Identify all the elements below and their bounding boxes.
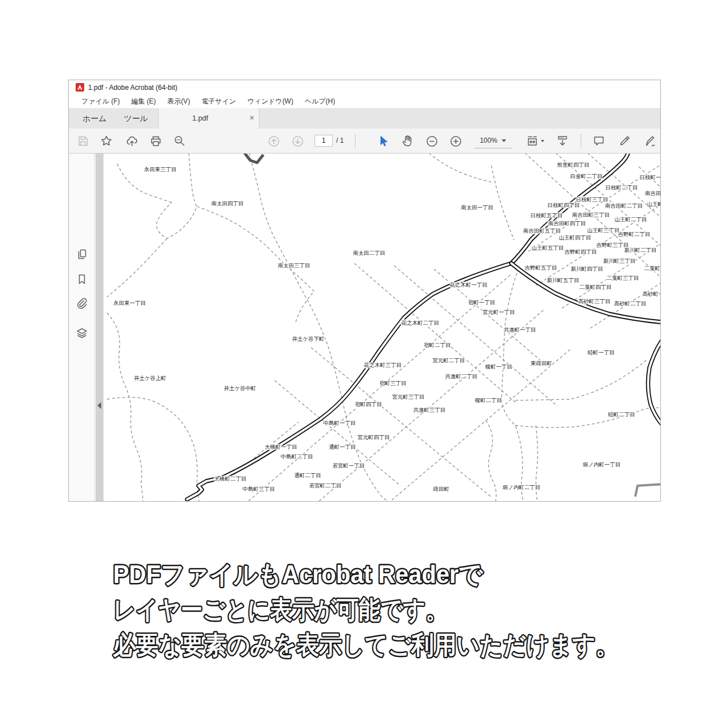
tab-document[interactable]: 1.pdf ×	[158, 108, 259, 129]
zoom-in-button[interactable]	[447, 133, 464, 150]
tab-document-label: 1.pdf	[159, 108, 242, 129]
map-town-label: 中島町二丁目	[281, 453, 313, 460]
search-button[interactable]	[171, 133, 188, 150]
fit-width-chevron-icon[interactable]	[541, 140, 544, 142]
chevron-down-icon	[502, 139, 506, 142]
map-town-label: 南太田四丁目	[212, 200, 244, 206]
map-town-label: 共進町一丁目	[504, 326, 536, 333]
map-town-label: 通町一丁目	[329, 444, 356, 450]
map-town-label: 宿町三丁目	[379, 380, 407, 386]
highlight-button[interactable]	[617, 133, 634, 150]
map-town-label: 宮元町四丁目	[358, 434, 390, 440]
map-town-label: 吉野町五丁目	[525, 264, 557, 271]
map-town-label: 山王町一丁目	[647, 201, 661, 207]
district-boundary-line	[354, 263, 516, 403]
tab-tools[interactable]: ツール	[119, 108, 153, 129]
title-bar[interactable]: 1.pdf - Adobe Acrobat (64-bit)	[69, 80, 660, 94]
caption-text-block: PDFファイルもAcrobat Readerで レイヤーごとに表示が可能です。 …	[111, 551, 657, 670]
district-boundary-line	[197, 206, 286, 265]
menu-view[interactable]: 表示(V)	[162, 95, 196, 108]
star-button[interactable]	[98, 133, 115, 150]
acrobat-window: 1.pdf - Adobe Acrobat (64-bit) ファイル (F) …	[68, 80, 661, 502]
map-town-label: 井土ケ谷下町	[292, 336, 324, 342]
share-upload-button[interactable]	[123, 133, 140, 150]
tab-bar: ホーム ツール 1.pdf ×	[69, 108, 660, 129]
attachments-button[interactable]	[75, 297, 89, 311]
district-boundary-line	[392, 349, 570, 500]
select-tool-button[interactable]	[375, 133, 392, 150]
menu-help[interactable]: ヘルプ(H)	[299, 95, 341, 108]
page-up-button[interactable]	[265, 133, 282, 150]
layers-icon	[75, 326, 89, 340]
map-town-label: 吉野町二丁目	[618, 231, 651, 237]
map-town-label: 新川町三丁目	[603, 258, 636, 264]
fill-sign-icon	[644, 134, 657, 148]
map-town-label: 睦町二丁目	[608, 411, 635, 417]
map-svg: 永田東三丁目南太田四丁目南太田一丁目南太田二丁目南太田三丁目永田東一丁目井土ケ谷…	[104, 154, 660, 501]
zoom-level-select[interactable]: 100%	[474, 133, 512, 148]
toolbar-separator	[355, 134, 355, 148]
map-town-label: 吉野町四丁目	[565, 249, 597, 255]
menu-edit[interactable]: 編集 (E)	[126, 95, 162, 108]
page-number-input[interactable]: 1	[315, 135, 333, 147]
share-upload-icon	[125, 134, 139, 148]
page-scroll-button[interactable]	[554, 133, 571, 150]
save-icon	[76, 134, 90, 148]
fill-sign-button[interactable]	[642, 133, 659, 150]
menu-window[interactable]: ウィンドウ(W)	[242, 95, 299, 108]
map-town-label: 共進町三丁目	[413, 407, 446, 413]
page-down-button[interactable]	[289, 133, 306, 150]
district-boundary-line	[107, 238, 167, 297]
pdf-page-canvas[interactable]: 永田東三丁目南太田四丁目南太田一丁目南太田二丁目南太田三丁目永田東一丁目井土ケ谷…	[104, 154, 660, 501]
window-title: 1.pdf - Adobe Acrobat (64-bit)	[88, 84, 177, 92]
district-boundary-line	[275, 380, 400, 486]
map-town-label: 高砂町二丁目	[614, 300, 647, 307]
map-town-label: 花之木町二丁目	[401, 320, 440, 326]
district-boundary-line	[491, 166, 514, 240]
map-town-label: 宮元町三丁目	[392, 394, 425, 400]
district-boundary-line	[286, 265, 314, 324]
map-town-label: 二葉町二丁目	[644, 265, 661, 271]
comment-icon	[592, 134, 606, 148]
attachments-icon	[75, 297, 89, 311]
district-boundary-line	[107, 313, 143, 501]
map-town-label: 南吉田町五丁目	[523, 228, 561, 234]
map-town-label: 東蒔田町	[531, 360, 552, 366]
caption-line-1: PDFファイルもAcrobat Readerで	[113, 560, 483, 588]
menu-file[interactable]: ファイル (F)	[76, 95, 126, 108]
caption-line-3: 必要な要素のみを表示してご利用いただけます。	[113, 631, 618, 659]
search-icon	[173, 134, 187, 148]
bookmarks-button[interactable]	[75, 272, 89, 286]
acrobat-logo-icon	[76, 83, 84, 92]
map-town-label: 花之木町一丁目	[449, 282, 488, 288]
district-boundary-line	[486, 420, 496, 501]
map-town-label: 二葉町三丁目	[607, 275, 639, 281]
map-town-label: 宮元町一丁目	[483, 309, 515, 315]
layers-button[interactable]	[75, 326, 89, 340]
page-thumbnails-button[interactable]	[75, 248, 89, 262]
map-town-label: 前里町四丁目	[557, 162, 590, 168]
tab-home[interactable]: ホーム	[75, 108, 114, 129]
document-pane-gutter	[96, 154, 104, 501]
collapse-panel-arrow-icon[interactable]	[97, 402, 101, 409]
map-town-label: 南吉田町	[645, 190, 660, 196]
hand-tool-button[interactable]	[399, 133, 416, 150]
toolbar: 1 / 1 100%	[69, 129, 660, 154]
map-town-label: 若宮町二丁目	[309, 482, 342, 489]
road-line	[245, 154, 263, 163]
map-town-label: 南吉田町二丁目	[605, 202, 643, 209]
print-button[interactable]	[147, 133, 164, 150]
map-town-label: 高砂町三丁目	[578, 298, 611, 304]
page-count-label: / 1	[336, 135, 344, 147]
map-town-label: 山王町四丁目	[559, 234, 592, 241]
fit-width-button[interactable]	[524, 133, 541, 150]
menu-bar: ファイル (F) 編集 (E) 表示(V) 電子サイン ウィンドウ(W) ヘルプ…	[69, 94, 660, 108]
district-boundary-line	[319, 309, 544, 501]
close-tab-icon[interactable]: ×	[250, 108, 254, 129]
comment-button[interactable]	[590, 133, 607, 150]
zoom-out-button[interactable]	[423, 133, 440, 150]
map-town-label: 中島町一丁目	[324, 420, 356, 426]
map-town-label: 日枝町五丁目	[531, 212, 563, 218]
save-button[interactable]	[75, 133, 92, 150]
menu-esign[interactable]: 電子サイン	[196, 95, 242, 108]
